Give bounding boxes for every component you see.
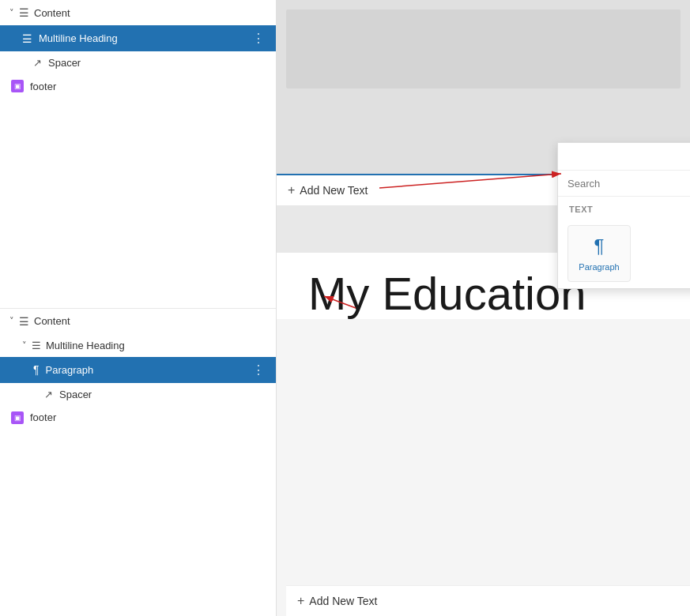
- chevron-icon: ˅: [9, 8, 14, 18]
- footer-label-bottom: footer: [30, 411, 56, 423]
- spacer-item-top[interactable]: ↗ Spacer: [0, 51, 276, 74]
- multiline-heading-nested[interactable]: ˅ ☰ Multiline Heading: [0, 334, 276, 357]
- hamburger-icon-bottom: ☰: [19, 315, 29, 328]
- multiline-heading-item[interactable]: ☰ Multiline Heading ⋮: [0, 25, 276, 51]
- search-input[interactable]: [567, 178, 690, 190]
- paragraph-block-icon: ¶: [594, 235, 605, 257]
- paragraph-block-item[interactable]: ¶ Paragraph: [567, 225, 631, 282]
- paragraph-item[interactable]: ¶ Paragraph ⋮: [0, 357, 276, 383]
- chevron-nested-icon: ˅: [22, 340, 27, 351]
- left-panel-top: ˅ ☰ Content ☰ Multiline Heading ⋮ ↗ Spac…: [0, 0, 276, 309]
- multiline-heading-label: Multiline Heading: [39, 32, 246, 44]
- add-new-text-bottom-bar[interactable]: + Add New Text: [286, 585, 690, 616]
- add-new-text-bottom-label: Add New Text: [309, 595, 377, 607]
- content-row-top[interactable]: ˅ ☰ Content: [0, 0, 276, 25]
- hamburger-nested-icon: ☰: [32, 340, 41, 351]
- paragraph-block-label: Paragraph: [579, 262, 619, 272]
- right-panel: + Add New Text × 🔍 TEXT ¶ Paragraph: [277, 0, 690, 616]
- paragraph-label: Paragraph: [46, 364, 246, 376]
- dropdown-header: ×: [558, 143, 690, 171]
- content-label-bottom: Content: [34, 315, 70, 327]
- block-picker-dropdown: × 🔍 TEXT ¶ Paragraph: [557, 142, 690, 289]
- paragraph-more-icon[interactable]: ⋮: [252, 362, 265, 377]
- spacer-label-top: Spacer: [48, 57, 81, 69]
- multiline-heading-nested-label: Multiline Heading: [46, 340, 125, 351]
- content-row-bottom[interactable]: ˅ ☰ Content: [0, 309, 276, 334]
- more-options-icon[interactable]: ⋮: [252, 31, 265, 46]
- plus-icon-top: +: [288, 183, 295, 197]
- content-label-top: Content: [34, 7, 70, 19]
- add-new-text-top-label: Add New Text: [300, 184, 368, 197]
- spacer-arrow-icon: ↗: [33, 57, 42, 69]
- left-panel: ˅ ☰ Content ☰ Multiline Heading ⋮ ↗ Spac…: [0, 0, 277, 616]
- text-section-label: TEXT: [558, 197, 690, 219]
- hamburger-icon: ☰: [19, 6, 29, 19]
- footer-icon-bottom: ▣: [11, 411, 24, 424]
- search-bar: 🔍: [558, 171, 690, 197]
- right-top-content: [286, 9, 681, 88]
- chevron-icon-bottom: ˅: [9, 316, 14, 326]
- spacer-item-bottom[interactable]: ↗ Spacer: [0, 383, 276, 406]
- footer-icon: ▣: [11, 80, 24, 92]
- paragraph-icon: ¶: [33, 363, 40, 376]
- left-panel-bottom: ˅ ☰ Content ˅ ☰ Multiline Heading ¶ Para…: [0, 309, 276, 617]
- spacer-arrow-icon-bottom: ↗: [44, 389, 53, 400]
- education-title: My Education: [292, 244, 601, 343]
- footer-item-top[interactable]: ▣ footer: [0, 74, 276, 98]
- plus-icon-bottom: +: [297, 594, 304, 608]
- footer-item-bottom[interactable]: ▣ footer: [0, 406, 276, 430]
- multiline-heading-icon: ☰: [22, 32, 32, 45]
- footer-label-top: footer: [30, 81, 56, 92]
- spacer-label-bottom: Spacer: [59, 389, 92, 400]
- block-grid: ¶ Paragraph: [558, 219, 690, 288]
